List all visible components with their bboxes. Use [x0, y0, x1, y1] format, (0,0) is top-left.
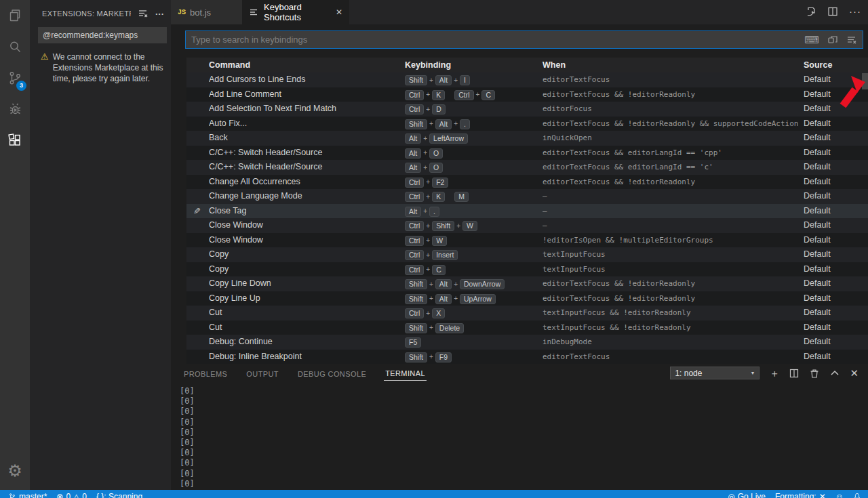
scanning-status[interactable]: { }: Scanning — [96, 491, 142, 498]
row-when: editorTextFocus && editorLangId == 'cpp' — [542, 146, 800, 161]
smiley-icon: ☺ — [835, 491, 844, 498]
notifications-button[interactable] — [853, 491, 861, 498]
row-keybinding: Ctrl+D — [405, 102, 540, 117]
tab-botjs-label: bot.js — [190, 7, 211, 18]
row-command-label: Auto Fix... — [209, 117, 402, 131]
row-keybinding: Alt+. — [405, 204, 540, 219]
row-command-label: C/C++: Switch Header/Source — [209, 146, 402, 161]
keybinding-row[interactable]: ✎ Copy Line Up Shift+Alt+UpArrow editorT… — [186, 291, 868, 306]
row-when: !editorIsOpen && !multipleEditorGroups — [542, 233, 800, 248]
keybinding-row[interactable]: ✎ Change All Occurrences Ctrl+F2 editorT… — [186, 175, 868, 190]
keybinding-row[interactable]: ✎ C/C++: Switch Header/Source Alt+O edit… — [186, 160, 868, 175]
panel-tab-output[interactable]: OUTPUT — [245, 367, 280, 381]
terminal-output[interactable]: [0][0][0][0][0][0][0][0][0][0] — [180, 386, 858, 488]
column-header-command[interactable]: Command — [209, 58, 250, 72]
row-when: inQuickOpen — [542, 131, 800, 146]
branch-status[interactable]: master* — [8, 491, 47, 498]
keybinding-row[interactable]: ✎ Add Line Comment Ctrl+KCtrl+C editorTe… — [186, 87, 868, 102]
gear-icon: ⚙ — [7, 463, 22, 479]
keybinding-row[interactable]: ✎ C/C++: Switch Header/Source Alt+O edit… — [186, 146, 868, 161]
panel-tab-problems[interactable]: PROBLEMS — [182, 367, 229, 381]
row-source: Default — [804, 146, 865, 161]
dropdown-arrow-icon: ▼ — [750, 371, 755, 375]
close-panel-icon[interactable]: ✕ — [850, 368, 859, 378]
row-source: Default — [804, 117, 865, 131]
clear-extensions-search-icon[interactable] — [138, 8, 149, 19]
column-header-when[interactable]: When — [542, 58, 566, 72]
keybinding-row[interactable]: ✎ Copy Line Down Shift+Alt+DownArrow edi… — [186, 276, 868, 291]
panel-tab-debug-console[interactable]: DEBUG CONSOLE — [296, 367, 368, 381]
marketplace-warning: ⚠ We cannot connect to the Extensions Ma… — [41, 51, 164, 84]
split-terminal-icon[interactable] — [789, 368, 800, 379]
terminal-line: [0] — [180, 386, 858, 396]
extensions-search-input[interactable]: @recommended:keymaps — [38, 27, 167, 43]
keybinding-row[interactable]: ✎ Debug: Inline Breakpoint Shift+F9 edit… — [186, 350, 868, 365]
keybindings-editor-icon — [249, 7, 260, 18]
keybinding-row[interactable]: ✎ Close Tag Alt+. — Default — [186, 204, 868, 219]
row-keybinding: Ctrl+C — [405, 262, 540, 277]
keybinding-row[interactable]: ✎ Copy Ctrl+Insert textInputFocus Defaul… — [186, 247, 868, 262]
keybindings-search-box[interactable]: Type to search in keybindings ⌨ — [185, 30, 863, 49]
row-when: — — [542, 218, 800, 233]
keybinding-row[interactable]: ✎ Close Window Ctrl+Shift+W — Default — [186, 218, 868, 233]
warning-icon: ⚠ — [41, 51, 49, 84]
row-when: editorFocus — [542, 102, 800, 117]
terminal-select[interactable]: 1: node ▼ — [670, 367, 760, 379]
source-control-icon[interactable]: 3 — [0, 62, 30, 94]
keybinding-row[interactable]: ✎ Add Selection To Next Find Match Ctrl+… — [186, 102, 868, 117]
go-live-button[interactable]: ◎ Go Live — [728, 491, 766, 498]
new-terminal-icon[interactable]: ＋ — [769, 368, 779, 378]
open-keybindings-json-icon[interactable] — [806, 6, 816, 17]
files-icon — [7, 7, 23, 24]
keybinding-row[interactable]: ✎ Add Cursors to Line Ends Shift+Alt+I e… — [186, 72, 868, 87]
keybinding-row[interactable]: ✎ Change Language Mode Ctrl+KM — Default — [186, 189, 868, 204]
sidebar-more-actions-icon[interactable]: ··· — [155, 9, 164, 19]
record-keys-icon[interactable]: ⌨ — [804, 35, 819, 45]
tab-close-icon[interactable]: ✕ — [336, 7, 342, 17]
keybinding-row[interactable]: ✎ Cut Ctrl+X textInputFocus && !editorRe… — [186, 306, 868, 320]
formatting-status[interactable]: Formatting: ✕ — [775, 491, 826, 498]
editor-more-actions-icon[interactable]: ··· — [849, 5, 861, 17]
terminal-line: [0] — [180, 438, 858, 448]
row-source: Default — [804, 160, 865, 175]
manage-button[interactable]: ⚙ — [0, 457, 30, 484]
maximize-panel-icon[interactable] — [829, 368, 840, 379]
row-keybinding: Ctrl+Insert — [405, 247, 540, 262]
row-command-label: Cut — [209, 306, 402, 320]
row-command-label: Add Cursors to Line Ends — [209, 72, 402, 87]
marketplace-warning-text: We cannot connect to the Extensions Mark… — [53, 51, 164, 84]
keybinding-row[interactable]: ✎ Auto Fix... Shift+Alt+. editorTextFocu… — [186, 117, 868, 131]
row-command-label: Close Window — [209, 233, 402, 248]
keybinding-row[interactable]: ✎ Copy Ctrl+C textInputFocus Default — [186, 262, 868, 277]
row-keybinding: Ctrl+KCtrl+C — [405, 87, 540, 102]
row-when: editorTextFocus && !editorReadonly && su… — [542, 117, 800, 131]
column-header-keybinding[interactable]: Keybinding — [405, 58, 451, 72]
split-editor-icon[interactable] — [827, 6, 838, 17]
sort-by-precedence-icon[interactable] — [827, 35, 838, 45]
row-source: Default — [804, 320, 865, 335]
search-icon[interactable] — [0, 31, 30, 62]
keybindings-search-placeholder: Type to search in keybindings — [191, 35, 796, 45]
keybinding-row[interactable]: ✎ Debug: Continue F5 inDebugMode Default — [186, 335, 868, 350]
clear-keybindings-search-icon[interactable] — [846, 35, 857, 45]
row-when: editorTextFocus — [542, 72, 800, 87]
row-when: editorTextFocus && editorLangId == 'c' — [542, 160, 800, 175]
panel-tab-terminal[interactable]: TERMINAL — [384, 366, 427, 381]
keybinding-row[interactable]: ✎ Close Window Ctrl+W !editorIsOpen && !… — [186, 233, 868, 248]
edit-keybinding-icon[interactable]: ✎ — [193, 204, 201, 219]
formatting-label: Formatting: — [775, 491, 816, 498]
kill-terminal-icon[interactable] — [809, 368, 820, 379]
tab-botjs[interactable]: JS bot.js — [171, 0, 242, 24]
keybinding-row[interactable]: ✎ Cut Shift+Delete textInputFocus && !ed… — [186, 320, 868, 335]
feedback-button[interactable]: ☺ — [835, 491, 844, 498]
keybinding-row[interactable]: ✎ Back Alt+LeftArrow inQuickOpen Default — [186, 131, 868, 146]
explorer-icon[interactable] — [0, 0, 30, 31]
row-keybinding: Shift+Delete — [405, 320, 540, 335]
column-header-source[interactable]: Source — [804, 58, 832, 72]
warning-triangle-icon: △ — [73, 491, 79, 498]
debug-icon[interactable] — [0, 94, 30, 125]
tab-keyboard-shortcuts[interactable]: Keyboard Shortcuts ✕ — [242, 0, 349, 24]
extensions-icon[interactable] — [0, 125, 30, 156]
problems-status[interactable]: ⊗ 0 △ 0 — [56, 491, 87, 498]
tab-keyboard-shortcuts-label: Keyboard Shortcuts — [264, 2, 329, 22]
